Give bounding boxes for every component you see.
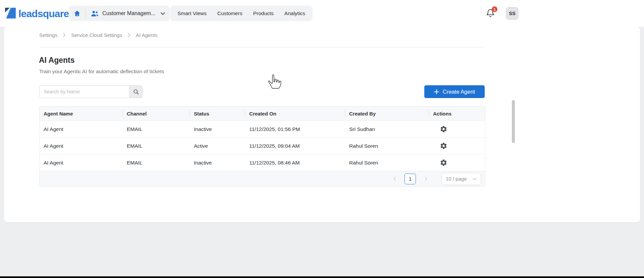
scrollbar[interactable]: [512, 100, 515, 143]
row-actions-button[interactable]: [440, 159, 447, 167]
row-actions-button[interactable]: [440, 125, 447, 133]
nav-smart-views[interactable]: Smart Views: [173, 6, 211, 21]
pagination-prev-button[interactable]: [390, 177, 399, 181]
users-icon: [91, 10, 99, 17]
cell-created-by: Rahul Soren: [345, 138, 429, 154]
page-size-select[interactable]: 10 / page: [441, 173, 481, 185]
breadcrumb-service-cloud-settings[interactable]: Service Cloud Settings: [71, 32, 122, 38]
main-nav: Smart Views Customers Products Analytics: [170, 6, 313, 21]
breadcrumb: Settings Service Cloud Settings AI Agent…: [39, 32, 157, 38]
cell-channel: EMAIL: [123, 121, 190, 137]
create-agent-label: Create Agent: [443, 89, 475, 95]
agents-table: Agent Name Channel Status Created On Cre…: [39, 106, 485, 187]
gear-icon: [440, 125, 447, 133]
workspace-switcher[interactable]: Customer Managem...: [69, 6, 170, 21]
cell-status: Inactive: [190, 121, 245, 137]
pagination-page-button[interactable]: 1: [405, 174, 416, 184]
top-bar: leadsquared Customer Managem... Smart: [0, 0, 644, 27]
row-actions-button[interactable]: [440, 142, 447, 150]
search: [39, 85, 143, 98]
chevron-down-icon: [473, 178, 477, 180]
user-avatar[interactable]: SS: [506, 7, 519, 20]
pagination-next-button[interactable]: [421, 177, 430, 181]
search-input[interactable]: [39, 85, 129, 98]
app-window: leadsquared Customer Managem... Smart: [0, 0, 644, 278]
create-agent-button[interactable]: Create Agent: [424, 85, 485, 98]
notifications-button[interactable]: 1: [486, 9, 496, 19]
nav-products[interactable]: Products: [249, 6, 278, 21]
cell-channel: EMAIL: [123, 138, 190, 154]
page-title: AI Agents: [39, 56, 75, 65]
plus-icon: [434, 89, 439, 94]
column-header-created-on: Created On: [245, 106, 345, 121]
leadsquared-logo-icon: [5, 7, 16, 20]
cell-created-by: Sri Sudhan: [345, 121, 429, 137]
chevron-down-icon: [161, 12, 165, 15]
column-header-created-by: Created By: [345, 106, 429, 121]
page-subtitle: Train your Agentic AI for automatic defl…: [39, 68, 164, 75]
cell-channel: EMAIL: [123, 154, 190, 171]
content-card: Settings Service Cloud Settings AI Agent…: [4, 27, 640, 222]
home-icon[interactable]: [73, 10, 81, 17]
cell-agent-name: AI Agent: [40, 154, 123, 171]
cell-status: Active: [190, 138, 245, 154]
notification-badge: 1: [492, 6, 497, 12]
cell-agent-name: AI Agent: [40, 121, 123, 137]
cell-created-on: 11/12/2025, 08:46 AM: [245, 154, 345, 171]
search-icon: [133, 89, 139, 95]
chevron-right-icon: [127, 33, 130, 37]
table-header-row: Agent Name Channel Status Created On Cre…: [40, 106, 485, 121]
gear-icon: [440, 159, 447, 167]
cell-created-on: 11/12/2025, 01:56 PM: [245, 121, 345, 137]
page-size-label: 10 / page: [446, 176, 467, 182]
bottom-edge: [0, 276, 644, 278]
table-footer: 1 10 / page: [40, 171, 485, 186]
breadcrumb-ai-agents: AI Agents: [136, 32, 157, 38]
chevron-right-icon: [63, 33, 66, 37]
gear-icon: [440, 142, 447, 150]
chevron-left-icon: [393, 177, 397, 181]
chevron-right-icon: [424, 177, 428, 181]
workspace-label: Customer Managem...: [102, 10, 155, 16]
table-row: AI Agent EMAIL Inactive 11/12/2025, 01:5…: [40, 121, 485, 137]
divider: [86, 9, 86, 18]
nav-analytics[interactable]: Analytics: [280, 6, 310, 21]
table-row: AI Agent EMAIL Inactive 11/12/2025, 08:4…: [40, 154, 485, 171]
cell-agent-name: AI Agent: [40, 138, 123, 154]
divider: [39, 47, 485, 47]
brand-logo[interactable]: leadsquared: [5, 7, 75, 20]
cell-created-on: 11/12/2025, 09:04 AM: [245, 138, 345, 154]
table-row: AI Agent EMAIL Active 11/12/2025, 09:04 …: [40, 137, 485, 154]
cell-status: Inactive: [190, 154, 245, 171]
column-header-agent-name: Agent Name: [40, 106, 123, 121]
brand-logo-text: leadsquared: [18, 8, 75, 19]
nav-customers[interactable]: Customers: [213, 6, 247, 21]
cell-created-by: Rahul Soren: [345, 154, 429, 171]
search-button[interactable]: [129, 85, 143, 98]
breadcrumb-settings[interactable]: Settings: [39, 32, 57, 38]
column-header-status: Status: [190, 106, 245, 121]
column-header-actions: Actions: [429, 106, 485, 121]
column-header-channel: Channel: [123, 106, 190, 121]
